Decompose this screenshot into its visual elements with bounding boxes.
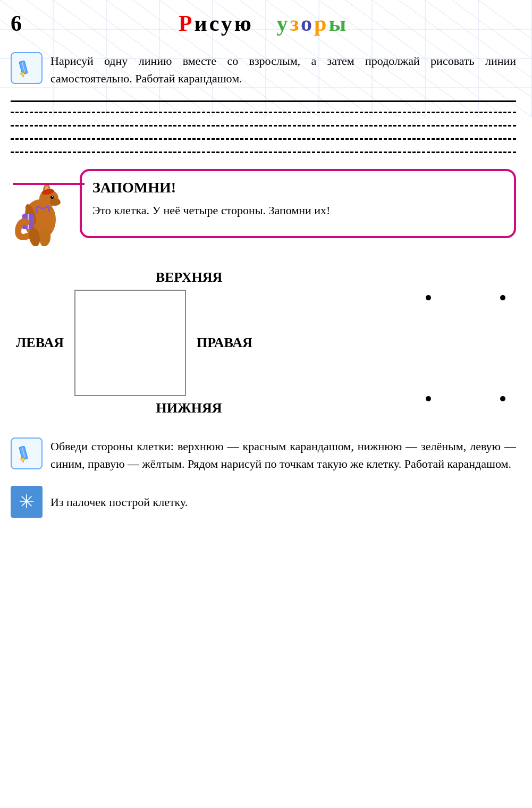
dots-area — [426, 295, 505, 401]
label-bottom: НИЖНЯЯ — [156, 400, 222, 416]
dashed-line-4 — [11, 152, 516, 153]
pencil-icon-2 — [11, 437, 43, 469]
zapomni-title: ЗАПОМНИ! — [92, 179, 503, 196]
instruction-3: ✳ Из палочек построй клетку. — [11, 486, 516, 518]
instruction-1-text: Нарисуй одну линию вместе со взрослым, а… — [50, 52, 516, 87]
label-left: ЛЕВАЯ — [16, 335, 64, 351]
pencil-icon-1 — [11, 52, 43, 84]
zapomni-box: ЗАПОМНИ! Это клетка. У неё четыре сторон… — [80, 169, 516, 238]
solid-line — [11, 100, 516, 102]
kangaroo-image — [11, 169, 74, 248]
page-header: 6 Рисую узоры — [11, 11, 516, 36]
dot-bottom-left — [426, 396, 431, 401]
dot-top-left — [426, 295, 431, 300]
dashed-line-1 — [11, 112, 516, 113]
instruction-1: Нарисуй одну линию вместе со взрослым, а… — [11, 52, 516, 87]
dot-top-right — [500, 295, 505, 300]
lines-area — [11, 100, 516, 153]
zapomni-text: Это клетка. У неё четыре стороны. Запомн… — [92, 201, 503, 219]
label-right: ПРАВАЯ — [197, 335, 252, 351]
dashed-line-3 — [11, 138, 516, 140]
label-top: ВЕРХНЯЯ — [156, 270, 223, 285]
cell-square — [74, 290, 186, 396]
svg-point-42 — [50, 196, 54, 199]
page-title: Рисую узоры — [179, 11, 348, 36]
svg-point-43 — [52, 196, 53, 197]
zapomni-section: ЗАПОМНИ! Это клетка. У неё четыре сторон… — [11, 169, 516, 248]
star-icon: ✳ — [11, 486, 43, 518]
cell-diagram-section: ВЕРХНЯЯ ЛЕВАЯ ПРАВАЯ — [11, 270, 516, 416]
instruction-2-text: Обведи стороны клетки: верхнюю — красным… — [50, 437, 516, 473]
dashed-line-2 — [11, 125, 516, 127]
instruction-3-text: Из палочек построй клетку. — [50, 493, 188, 511]
dot-bottom-right — [500, 396, 505, 401]
page-number: 6 — [11, 11, 22, 36]
instruction-2: Обведи стороны клетки: верхнюю — красным… — [11, 437, 516, 473]
svg-point-41 — [50, 198, 61, 206]
